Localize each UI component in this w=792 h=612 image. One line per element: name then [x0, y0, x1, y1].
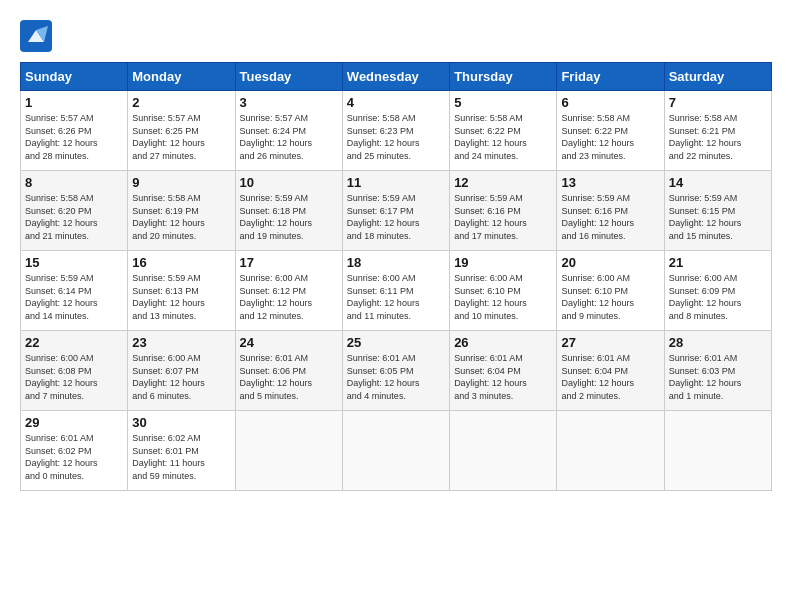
day-info: Sunrise: 6:00 AM Sunset: 6:09 PM Dayligh… [669, 272, 767, 322]
day-info: Sunrise: 5:58 AM Sunset: 6:22 PM Dayligh… [561, 112, 659, 162]
day-number: 2 [132, 95, 230, 110]
day-info: Sunrise: 5:59 AM Sunset: 6:18 PM Dayligh… [240, 192, 338, 242]
calendar-cell: 20Sunrise: 6:00 AM Sunset: 6:10 PM Dayli… [557, 251, 664, 331]
calendar-cell: 28Sunrise: 6:01 AM Sunset: 6:03 PM Dayli… [664, 331, 771, 411]
day-number: 9 [132, 175, 230, 190]
calendar-cell: 12Sunrise: 5:59 AM Sunset: 6:16 PM Dayli… [450, 171, 557, 251]
calendar-cell: 15Sunrise: 5:59 AM Sunset: 6:14 PM Dayli… [21, 251, 128, 331]
week-row-1: 1Sunrise: 5:57 AM Sunset: 6:26 PM Daylig… [21, 91, 772, 171]
calendar-cell: 22Sunrise: 6:00 AM Sunset: 6:08 PM Dayli… [21, 331, 128, 411]
week-row-5: 29Sunrise: 6:01 AM Sunset: 6:02 PM Dayli… [21, 411, 772, 491]
calendar-cell: 18Sunrise: 6:00 AM Sunset: 6:11 PM Dayli… [342, 251, 449, 331]
day-number: 15 [25, 255, 123, 270]
day-number: 18 [347, 255, 445, 270]
day-number: 19 [454, 255, 552, 270]
day-info: Sunrise: 6:00 AM Sunset: 6:12 PM Dayligh… [240, 272, 338, 322]
calendar-cell: 3Sunrise: 5:57 AM Sunset: 6:24 PM Daylig… [235, 91, 342, 171]
day-number: 14 [669, 175, 767, 190]
calendar-cell: 10Sunrise: 5:59 AM Sunset: 6:18 PM Dayli… [235, 171, 342, 251]
day-info: Sunrise: 6:00 AM Sunset: 6:11 PM Dayligh… [347, 272, 445, 322]
calendar-cell: 16Sunrise: 5:59 AM Sunset: 6:13 PM Dayli… [128, 251, 235, 331]
day-info: Sunrise: 5:57 AM Sunset: 6:24 PM Dayligh… [240, 112, 338, 162]
weekday-header-friday: Friday [557, 63, 664, 91]
day-info: Sunrise: 5:59 AM Sunset: 6:16 PM Dayligh… [561, 192, 659, 242]
logo [20, 20, 58, 52]
calendar-cell: 7Sunrise: 5:58 AM Sunset: 6:21 PM Daylig… [664, 91, 771, 171]
day-number: 6 [561, 95, 659, 110]
calendar-body: 1Sunrise: 5:57 AM Sunset: 6:26 PM Daylig… [21, 91, 772, 491]
day-number: 26 [454, 335, 552, 350]
calendar-cell: 27Sunrise: 6:01 AM Sunset: 6:04 PM Dayli… [557, 331, 664, 411]
week-row-2: 8Sunrise: 5:58 AM Sunset: 6:20 PM Daylig… [21, 171, 772, 251]
day-info: Sunrise: 5:58 AM Sunset: 6:20 PM Dayligh… [25, 192, 123, 242]
calendar-header: SundayMondayTuesdayWednesdayThursdayFrid… [21, 63, 772, 91]
calendar-cell: 11Sunrise: 5:59 AM Sunset: 6:17 PM Dayli… [342, 171, 449, 251]
day-number: 12 [454, 175, 552, 190]
calendar-table: SundayMondayTuesdayWednesdayThursdayFrid… [20, 62, 772, 491]
day-number: 3 [240, 95, 338, 110]
day-number: 1 [25, 95, 123, 110]
day-info: Sunrise: 5:59 AM Sunset: 6:13 PM Dayligh… [132, 272, 230, 322]
day-number: 11 [347, 175, 445, 190]
day-info: Sunrise: 6:00 AM Sunset: 6:08 PM Dayligh… [25, 352, 123, 402]
day-number: 24 [240, 335, 338, 350]
calendar-cell: 23Sunrise: 6:00 AM Sunset: 6:07 PM Dayli… [128, 331, 235, 411]
day-number: 30 [132, 415, 230, 430]
week-row-3: 15Sunrise: 5:59 AM Sunset: 6:14 PM Dayli… [21, 251, 772, 331]
calendar-cell [557, 411, 664, 491]
calendar-cell: 9Sunrise: 5:58 AM Sunset: 6:19 PM Daylig… [128, 171, 235, 251]
day-number: 29 [25, 415, 123, 430]
calendar-cell: 30Sunrise: 6:02 AM Sunset: 6:01 PM Dayli… [128, 411, 235, 491]
day-info: Sunrise: 6:01 AM Sunset: 6:03 PM Dayligh… [669, 352, 767, 402]
calendar-cell: 1Sunrise: 5:57 AM Sunset: 6:26 PM Daylig… [21, 91, 128, 171]
weekday-header-sunday: Sunday [21, 63, 128, 91]
day-number: 13 [561, 175, 659, 190]
calendar-cell: 24Sunrise: 6:01 AM Sunset: 6:06 PM Dayli… [235, 331, 342, 411]
calendar-cell: 2Sunrise: 5:57 AM Sunset: 6:25 PM Daylig… [128, 91, 235, 171]
day-info: Sunrise: 5:59 AM Sunset: 6:15 PM Dayligh… [669, 192, 767, 242]
calendar-cell [235, 411, 342, 491]
calendar-cell: 29Sunrise: 6:01 AM Sunset: 6:02 PM Dayli… [21, 411, 128, 491]
day-info: Sunrise: 5:58 AM Sunset: 6:23 PM Dayligh… [347, 112, 445, 162]
day-number: 10 [240, 175, 338, 190]
page-header [20, 20, 772, 52]
calendar-cell: 5Sunrise: 5:58 AM Sunset: 6:22 PM Daylig… [450, 91, 557, 171]
day-info: Sunrise: 5:57 AM Sunset: 6:25 PM Dayligh… [132, 112, 230, 162]
calendar-cell: 19Sunrise: 6:00 AM Sunset: 6:10 PM Dayli… [450, 251, 557, 331]
day-info: Sunrise: 6:00 AM Sunset: 6:07 PM Dayligh… [132, 352, 230, 402]
calendar-cell [664, 411, 771, 491]
day-info: Sunrise: 6:00 AM Sunset: 6:10 PM Dayligh… [454, 272, 552, 322]
weekday-header-monday: Monday [128, 63, 235, 91]
weekday-header-thursday: Thursday [450, 63, 557, 91]
day-number: 28 [669, 335, 767, 350]
calendar-cell: 4Sunrise: 5:58 AM Sunset: 6:23 PM Daylig… [342, 91, 449, 171]
day-number: 25 [347, 335, 445, 350]
day-number: 27 [561, 335, 659, 350]
day-info: Sunrise: 5:59 AM Sunset: 6:14 PM Dayligh… [25, 272, 123, 322]
weekday-header-tuesday: Tuesday [235, 63, 342, 91]
calendar-cell: 21Sunrise: 6:00 AM Sunset: 6:09 PM Dayli… [664, 251, 771, 331]
day-info: Sunrise: 5:58 AM Sunset: 6:19 PM Dayligh… [132, 192, 230, 242]
day-number: 17 [240, 255, 338, 270]
day-number: 23 [132, 335, 230, 350]
day-number: 5 [454, 95, 552, 110]
day-number: 20 [561, 255, 659, 270]
day-info: Sunrise: 6:01 AM Sunset: 6:05 PM Dayligh… [347, 352, 445, 402]
day-info: Sunrise: 5:59 AM Sunset: 6:17 PM Dayligh… [347, 192, 445, 242]
calendar-cell [450, 411, 557, 491]
calendar-cell: 17Sunrise: 6:00 AM Sunset: 6:12 PM Dayli… [235, 251, 342, 331]
day-info: Sunrise: 6:02 AM Sunset: 6:01 PM Dayligh… [132, 432, 230, 482]
week-row-4: 22Sunrise: 6:00 AM Sunset: 6:08 PM Dayli… [21, 331, 772, 411]
day-number: 7 [669, 95, 767, 110]
calendar-cell: 8Sunrise: 5:58 AM Sunset: 6:20 PM Daylig… [21, 171, 128, 251]
weekday-row: SundayMondayTuesdayWednesdayThursdayFrid… [21, 63, 772, 91]
day-info: Sunrise: 5:59 AM Sunset: 6:16 PM Dayligh… [454, 192, 552, 242]
day-info: Sunrise: 5:58 AM Sunset: 6:21 PM Dayligh… [669, 112, 767, 162]
day-number: 16 [132, 255, 230, 270]
day-number: 21 [669, 255, 767, 270]
calendar-cell [342, 411, 449, 491]
calendar-cell: 13Sunrise: 5:59 AM Sunset: 6:16 PM Dayli… [557, 171, 664, 251]
calendar-cell: 6Sunrise: 5:58 AM Sunset: 6:22 PM Daylig… [557, 91, 664, 171]
day-info: Sunrise: 6:01 AM Sunset: 6:02 PM Dayligh… [25, 432, 123, 482]
day-info: Sunrise: 6:00 AM Sunset: 6:10 PM Dayligh… [561, 272, 659, 322]
